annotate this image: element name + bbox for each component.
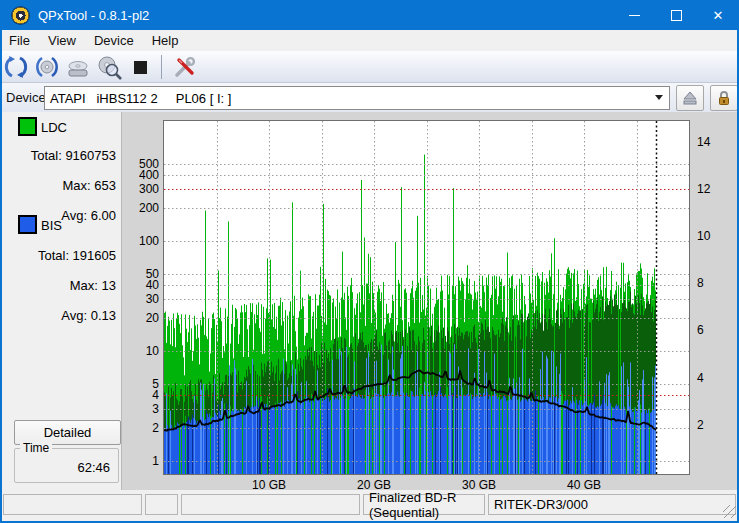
y-right-tick-label: 10 — [697, 229, 727, 243]
y-left-tick-label: 1 — [122, 454, 159, 468]
tools-icon — [171, 54, 197, 80]
resize-grip[interactable] — [723, 505, 736, 518]
close-button[interactable]: ✕ — [697, 0, 739, 30]
device-combobox[interactable]: ATAPI iHBS112 2 PL06 [ I: ] — [44, 86, 670, 110]
close-icon: ✕ — [713, 9, 724, 22]
menu-help[interactable]: Help — [143, 31, 188, 50]
y-right-tick-label: 8 — [697, 276, 727, 290]
time-value: 62:46 — [77, 460, 110, 475]
stop-icon — [127, 54, 153, 80]
window-title: QPxTool - 0.8.1-pl2 — [38, 8, 149, 23]
bis-avg: Avg: 0.13 — [7, 308, 116, 323]
qpxtool-window: QPxTool - 0.8.1-pl2 ✕ File View Device H… — [0, 0, 739, 523]
bis-color-swatch — [18, 215, 37, 234]
y-right-tick-label: 12 — [697, 182, 727, 196]
eject-icon — [682, 90, 698, 106]
status-cell-progress — [3, 494, 142, 515]
status-cell-media-id: RITEK-DR3/000 — [488, 494, 736, 515]
status-cell-message — [181, 494, 360, 515]
title-bar[interactable]: QPxTool - 0.8.1-pl2 ✕ — [0, 0, 739, 30]
lock-icon — [716, 90, 732, 106]
y-left-tick-label: 5 — [122, 377, 159, 391]
status-cell-disc-type: Finalized BD-R (Sequential) — [363, 494, 485, 515]
bis-max: Max: 13 — [7, 278, 116, 293]
y-right-tick-label: 14 — [697, 135, 727, 149]
quality-chart: 1234510203040501002003004005002468101214… — [122, 112, 737, 490]
y-left-tick-label: 3 — [122, 402, 159, 416]
menu-bar: File View Device Help — [0, 30, 739, 51]
menu-device[interactable]: Device — [85, 31, 143, 50]
toolbar — [0, 51, 739, 83]
ldc-label: LDC — [41, 120, 67, 135]
y-left-tick-label: 30 — [122, 292, 159, 306]
disc-magnifier-icon — [96, 54, 122, 80]
bis-label: BIS — [41, 218, 62, 233]
stop-button[interactable] — [125, 53, 155, 81]
minimize-icon — [629, 15, 640, 16]
rescan-disc-button[interactable] — [32, 53, 62, 81]
y-left-tick-label: 200 — [122, 201, 159, 215]
ldc-total: Total: 9160753 — [7, 148, 116, 163]
refresh-icon — [3, 54, 29, 80]
menu-file[interactable]: File — [0, 31, 39, 50]
ldc-color-swatch — [18, 117, 37, 136]
y-right-tick-label: 6 — [697, 323, 727, 337]
ldc-max: Max: 653 — [7, 178, 116, 193]
refresh-devices-button[interactable] — [1, 53, 31, 81]
lock-button[interactable] — [710, 85, 738, 111]
status-bar: Finalized BD-R (Sequential) RITEK-DR3/00… — [0, 490, 739, 521]
eject-button[interactable] — [676, 85, 704, 111]
stats-panel: LDC Total: 9160753 Max: 653 Avg: 6.00 BI… — [1, 112, 122, 490]
settings-button[interactable] — [169, 53, 199, 81]
bis-total: Total: 191605 — [7, 248, 116, 263]
y-left-tick-label: 2 — [122, 421, 159, 435]
device-bar: Device: ATAPI iHBS112 2 PL06 [ I: ] — [0, 83, 739, 112]
rescan-disc-icon — [34, 54, 60, 80]
y-left-tick-label: 50 — [122, 267, 159, 281]
minimize-button[interactable] — [613, 0, 655, 30]
y-right-tick-label: 4 — [697, 371, 727, 385]
drive-tray-icon — [65, 54, 91, 80]
device-combobox-value: ATAPI iHBS112 2 PL06 [ I: ] — [50, 91, 231, 106]
menu-view[interactable]: View — [39, 31, 85, 50]
y-right-tick-label: 2 — [697, 418, 727, 432]
status-cell-small — [145, 494, 178, 515]
y-left-tick-label: 300 — [122, 182, 159, 196]
y-left-tick-label: 20 — [122, 311, 159, 325]
maximize-icon — [671, 10, 682, 21]
plot-canvas — [163, 120, 690, 475]
eject-tray-button[interactable] — [63, 53, 93, 81]
device-label: Device: — [6, 90, 49, 105]
time-group-label: Time — [20, 441, 52, 455]
maximize-button[interactable] — [655, 0, 697, 30]
y-left-tick-label: 500 — [122, 157, 159, 171]
scan-disc-button[interactable] — [94, 53, 124, 81]
time-groupbox: Time 62:46 — [14, 448, 119, 483]
y-left-tick-label: 10 — [122, 344, 159, 358]
chevron-down-icon[interactable] — [650, 89, 667, 105]
y-left-tick-label: 100 — [122, 234, 159, 248]
qpxtool-app-icon — [12, 7, 29, 24]
toolbar-separator — [161, 55, 162, 79]
